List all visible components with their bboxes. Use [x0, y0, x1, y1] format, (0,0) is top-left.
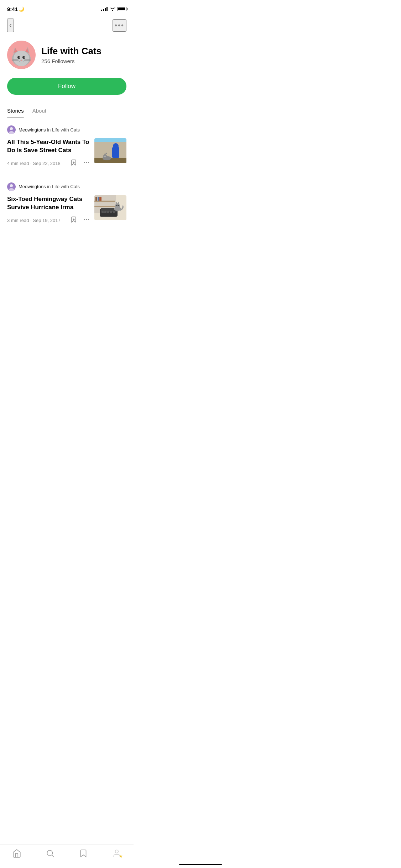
svg-point-18	[9, 131, 14, 134]
more-options-button[interactable]	[83, 216, 90, 225]
more-button[interactable]: •••	[113, 19, 126, 32]
author-avatar	[7, 182, 16, 191]
follow-button[interactable]: Follow	[7, 78, 126, 95]
profile-info: Life with Cats 256 Followers	[41, 46, 126, 64]
svg-point-9	[19, 57, 20, 58]
story-content[interactable]: Six-Toed Hemingway Cats Survive Hurrican…	[7, 195, 126, 225]
tab-about[interactable]: About	[32, 103, 46, 118]
story-footer: 3 min read · Sep 19, 2017	[7, 216, 90, 225]
signal-icon	[101, 7, 108, 11]
nav-bar: ‹ •••	[0, 16, 134, 38]
story-meta: Meowingtons in Life with Cats	[7, 182, 126, 191]
story-stats: 4 min read · Sep 22, 2018	[7, 161, 61, 166]
svg-point-37	[9, 188, 14, 191]
moon-icon: 🌙	[19, 6, 24, 12]
wifi-icon	[110, 7, 115, 11]
svg-rect-55	[110, 211, 112, 213]
story-thumbnail	[94, 195, 126, 220]
svg-point-29	[113, 143, 119, 149]
more-options-button[interactable]	[83, 159, 90, 168]
story-actions	[70, 159, 90, 168]
status-icons	[101, 7, 126, 11]
svg-point-58	[115, 203, 120, 208]
story-stats: 3 min read · Sep 19, 2017	[7, 218, 61, 223]
story-title: Six-Toed Hemingway Cats Survive Hurrican…	[7, 195, 90, 212]
svg-rect-49	[99, 197, 101, 201]
cat-avatar-icon	[7, 41, 36, 69]
svg-point-42	[88, 219, 89, 220]
author-avatar	[7, 125, 16, 134]
story-item: Meowingtons in Life with Cats All This 5…	[0, 118, 134, 175]
svg-point-6	[14, 51, 29, 66]
svg-rect-53	[104, 211, 106, 213]
story-actions	[70, 216, 90, 225]
bookmark-button[interactable]	[70, 216, 77, 225]
svg-point-23	[88, 162, 89, 163]
profile-section: Life with Cats 256 Followers	[0, 38, 134, 76]
story-text: All This 5-Year-Old Wants To Do Is Save …	[7, 138, 90, 168]
tabs: Stories About	[0, 103, 134, 118]
status-bar: 9:41 🌙	[0, 0, 134, 16]
story-footer: 4 min read · Sep 22, 2018	[7, 159, 90, 168]
svg-rect-56	[113, 211, 115, 213]
battery-icon	[118, 7, 126, 11]
svg-rect-54	[107, 211, 109, 213]
status-time: 9:41	[7, 6, 18, 12]
svg-point-62	[118, 205, 119, 206]
story-thumbnail	[94, 138, 126, 163]
svg-point-40	[84, 219, 85, 220]
story-item: Meowingtons in Life with Cats Six-Toed H…	[0, 175, 134, 232]
followers-count: 256 Followers	[41, 58, 126, 64]
svg-point-34	[104, 156, 106, 157]
svg-rect-46	[94, 206, 115, 207]
bookmark-button[interactable]	[70, 159, 77, 168]
svg-point-36	[10, 184, 13, 187]
svg-rect-48	[98, 197, 99, 201]
svg-point-21	[84, 162, 85, 163]
publication-title: Life with Cats	[41, 46, 126, 57]
svg-rect-47	[95, 197, 97, 201]
avatar	[7, 41, 36, 69]
svg-rect-52	[101, 211, 104, 213]
tab-stories[interactable]: Stories	[7, 103, 24, 118]
story-author-info: Meowingtons in Life with Cats	[19, 184, 80, 189]
svg-point-17	[10, 127, 13, 130]
svg-point-22	[86, 162, 87, 163]
svg-point-61	[116, 205, 118, 206]
story-text: Six-Toed Hemingway Cats Survive Hurrican…	[7, 195, 90, 225]
story-author-info: Meowingtons in Life with Cats	[19, 127, 80, 133]
story-content[interactable]: All This 5-Year-Old Wants To Do Is Save …	[7, 138, 126, 168]
svg-point-41	[86, 219, 87, 220]
svg-rect-45	[94, 201, 115, 202]
back-button[interactable]: ‹	[7, 19, 14, 32]
svg-point-10	[24, 57, 25, 58]
story-meta: Meowingtons in Life with Cats	[7, 125, 126, 134]
story-title: All This 5-Year-Old Wants To Do Is Save …	[7, 138, 90, 155]
